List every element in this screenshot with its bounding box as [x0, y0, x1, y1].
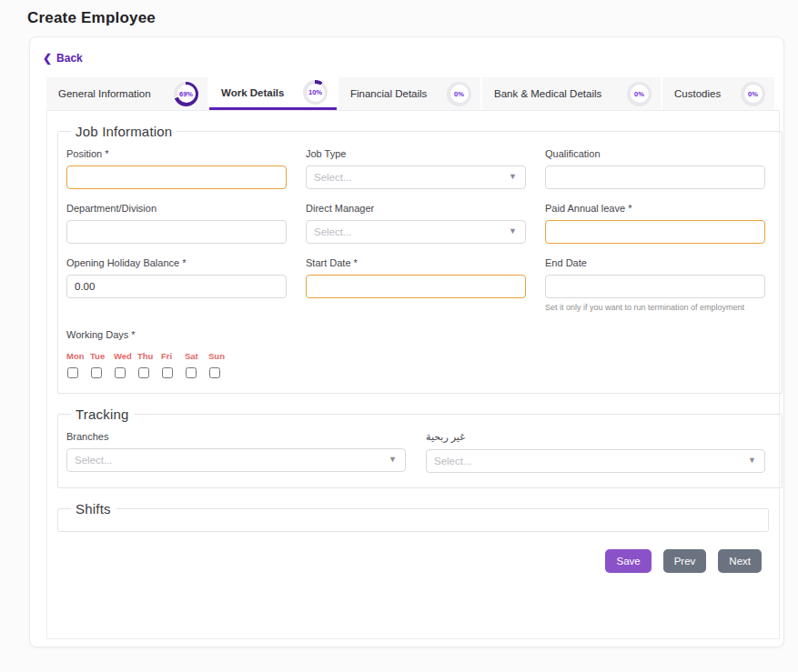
department-field: Department/Division	[66, 203, 287, 244]
direct-manager-field: Direct Manager Select... ▼	[306, 203, 526, 244]
day-name: Fri	[161, 351, 172, 361]
day-tue-checkbox[interactable]	[91, 367, 102, 378]
progress-ring: 0%	[627, 82, 652, 106]
day-wed-checkbox[interactable]	[115, 367, 126, 378]
day-name: Tue	[90, 351, 105, 361]
tab-label: Work Details	[221, 87, 284, 98]
tab-content-panel: Job Information Position * Job Type Sele…	[46, 110, 780, 639]
day-name: Wed	[114, 351, 132, 361]
tab-bank-medical-details[interactable]: Bank & Medical Details 0%	[482, 77, 661, 110]
end-date-input[interactable]	[545, 275, 765, 298]
day-sun: Sun	[208, 351, 224, 378]
tab-work-details[interactable]: Work Details 10%	[209, 77, 337, 110]
tracking-legend: Tracking	[71, 406, 134, 422]
tab-custodies[interactable]: Custodies 0%	[662, 77, 774, 110]
department-label: Department/Division	[66, 203, 287, 214]
page-title: Create Employee	[0, 0, 798, 27]
tab-financial-details[interactable]: Financial Details 0%	[338, 77, 480, 110]
qualification-field: Qualification	[545, 148, 765, 189]
paid-annual-leave-label: Paid Annual leave *	[545, 203, 765, 214]
non-profit-select[interactable]: Select... ▼	[426, 449, 765, 473]
back-label: Back	[56, 52, 83, 65]
chevron-left-icon: ❮	[43, 53, 52, 64]
day-thu: Thu	[137, 351, 153, 378]
back-button[interactable]: ❮ Back	[43, 52, 83, 65]
progress-ring: 10%	[303, 80, 328, 105]
non-profit-label: غير ربحية	[426, 431, 765, 443]
form-actions: Save Prev Next	[57, 549, 762, 573]
wizard-tabbar: General Information 69% Work Details 10%…	[46, 77, 780, 110]
branches-select[interactable]: Select... ▼	[66, 448, 406, 472]
opening-holiday-balance-field: Opening Holiday Balance *	[66, 257, 287, 312]
day-name: Sun	[208, 351, 225, 361]
day-sun-checkbox[interactable]	[209, 367, 220, 378]
day-fri-checkbox[interactable]	[162, 367, 173, 378]
start-date-input[interactable]	[306, 275, 526, 298]
direct-manager-select[interactable]: Select... ▼	[306, 220, 526, 244]
shifts-section: Shifts	[57, 501, 769, 532]
paid-annual-leave-input[interactable]	[545, 220, 765, 244]
position-input[interactable]	[66, 165, 287, 189]
job-information-section: Job Information Position * Job Type Sele…	[57, 124, 783, 394]
job-type-select[interactable]: Select... ▼	[306, 165, 526, 189]
progress-percent: 0%	[634, 90, 644, 98]
qualification-label: Qualification	[545, 148, 765, 159]
working-days-label: Working Days *	[66, 329, 765, 340]
chevron-down-icon: ▼	[389, 455, 397, 464]
opening-holiday-balance-label: Opening Holiday Balance *	[66, 257, 287, 268]
progress-ring: 0%	[447, 82, 471, 106]
progress-percent: 69%	[179, 90, 193, 98]
progress-percent: 0%	[454, 90, 464, 98]
branches-label: Branches	[66, 431, 406, 442]
branches-field: Branches Select... ▼	[66, 431, 406, 473]
save-button[interactable]: Save	[605, 549, 651, 573]
tab-label: Financial Details	[350, 88, 427, 99]
qualification-input[interactable]	[545, 165, 765, 189]
day-name: Sat	[185, 351, 198, 361]
progress-percent: 0%	[748, 90, 758, 98]
paid-annual-leave-field: Paid Annual leave *	[545, 203, 765, 244]
working-days-group: Working Days * Mon Tue Wed	[66, 329, 765, 378]
position-label: Position *	[66, 148, 287, 159]
day-wed: Wed	[114, 351, 129, 378]
select-placeholder: Select...	[314, 226, 352, 237]
day-mon-checkbox[interactable]	[67, 367, 78, 378]
day-sat: Sat	[185, 351, 200, 378]
next-button[interactable]: Next	[718, 549, 762, 573]
end-date-helper-text: Set it only if you want to run terminati…	[545, 303, 765, 312]
start-date-label: Start Date *	[306, 257, 526, 268]
tab-label: Bank & Medical Details	[494, 88, 601, 99]
select-placeholder: Select...	[434, 456, 472, 466]
progress-ring: 69%	[174, 82, 198, 106]
progress-ring: 0%	[741, 82, 765, 106]
tab-general-information[interactable]: General Information 69%	[46, 77, 207, 110]
shifts-legend: Shifts	[71, 501, 116, 517]
day-mon: Mon	[66, 351, 82, 378]
chevron-down-icon: ▼	[509, 226, 517, 236]
end-date-label: End Date	[545, 257, 765, 268]
tab-label: General Information	[58, 88, 151, 99]
end-date-field: End Date Set it only if you want to run …	[545, 257, 765, 312]
day-thu-checkbox[interactable]	[138, 367, 149, 378]
chevron-down-icon: ▼	[509, 172, 517, 181]
job-type-label: Job Type	[306, 148, 526, 159]
department-input[interactable]	[66, 220, 287, 244]
select-placeholder: Select...	[75, 455, 113, 466]
position-field: Position *	[66, 148, 287, 189]
create-employee-card: ❮ Back General Information 69% Work Deta…	[29, 36, 784, 647]
tracking-section: Tracking Branches Select... ▼ غير ربحية …	[57, 406, 783, 488]
day-name: Thu	[137, 351, 153, 361]
progress-percent: 10%	[308, 88, 322, 96]
day-sat-checkbox[interactable]	[186, 367, 197, 378]
job-type-field: Job Type Select... ▼	[306, 148, 526, 189]
prev-button[interactable]: Prev	[663, 549, 707, 573]
day-fri: Fri	[161, 351, 177, 378]
select-placeholder: Select...	[314, 172, 352, 183]
chevron-down-icon: ▼	[748, 456, 756, 465]
start-date-field: Start Date *	[306, 257, 526, 312]
tab-label: Custodies	[674, 88, 721, 99]
non-profit-field: غير ربحية Select... ▼	[426, 431, 765, 473]
job-information-legend: Job Information	[71, 124, 177, 139]
opening-holiday-balance-input[interactable]	[66, 275, 287, 298]
day-tue: Tue	[90, 351, 106, 378]
